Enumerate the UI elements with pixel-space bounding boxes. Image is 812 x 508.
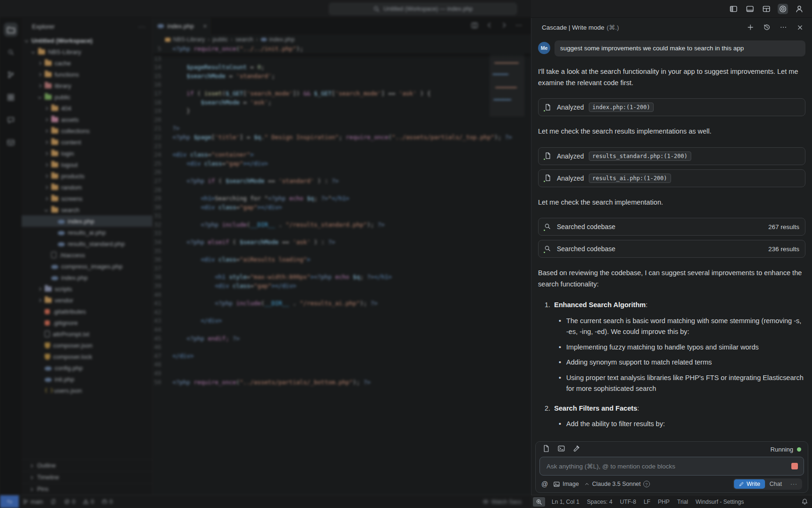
accounts-button[interactable] <box>794 4 804 14</box>
code-line[interactable]: 44 <box>153 325 531 334</box>
mcp-tools-button[interactable] <box>572 444 580 454</box>
remote-indicator[interactable] <box>0 495 19 508</box>
status-lf[interactable]: LF <box>640 495 654 508</box>
tree-item--gitignore[interactable]: .gitignore <box>22 317 152 328</box>
tree-item-index-php[interactable]: index.php <box>22 215 152 227</box>
code-line[interactable]: 40 <box>153 291 531 300</box>
tree-item-404[interactable]: 404 <box>22 103 152 114</box>
status-error[interactable]: 0 <box>60 495 79 508</box>
tree-item-cache[interactable]: cache <box>22 57 152 69</box>
tree-item-products[interactable]: products <box>22 170 152 182</box>
toggle-panel-button[interactable] <box>745 4 755 14</box>
activity-chat-button[interactable] <box>4 113 18 127</box>
more-button[interactable] <box>515 22 523 31</box>
mention-button[interactable]: @ <box>541 480 548 488</box>
code-line[interactable]: 36 <div class="aiResults loading"> <box>153 255 531 264</box>
tree-item-compress-images-php[interactable]: compress_images.php <box>22 261 152 272</box>
code-line[interactable]: 5<?php require_once("../../init.php"); <box>153 45 531 54</box>
close-button[interactable] <box>795 23 804 32</box>
status-ports[interactable]: 0 <box>98 495 117 508</box>
status-utf-8[interactable]: UTF-8 <box>616 495 640 508</box>
tree-item-screens[interactable]: screens <box>22 193 152 204</box>
file-range-chip[interactable]: results_standard.php:(1-200) <box>589 151 691 161</box>
code-line[interactable]: 41 <?php include(__DIR__ . "/results_ai.… <box>153 299 531 308</box>
code-line[interactable]: 38 <h1 style="max-width:800px"><?php ech… <box>153 273 531 282</box>
status-warning[interactable]: 0 <box>79 495 98 508</box>
new-conversation-button[interactable] <box>746 23 755 32</box>
code-line[interactable]: 24<div class="container"> <box>153 151 531 159</box>
status-branch[interactable]: main <box>19 495 47 508</box>
zoom-status-button[interactable] <box>533 497 545 507</box>
activity-explorer-button[interactable] <box>4 23 18 37</box>
activity-windsurf-button[interactable] <box>4 135 18 150</box>
code-line[interactable]: 34 <?php elseif ( $searchMode == 'ask' )… <box>153 238 531 247</box>
activity-extensions-button[interactable] <box>4 90 18 104</box>
tree-item-random[interactable]: random <box>22 182 152 193</box>
file-range-chip[interactable]: results_ai.php:(1-200) <box>589 174 671 183</box>
status-spaces-4[interactable]: Spaces: 4 <box>583 495 616 508</box>
code-line[interactable]: 33 <box>153 229 531 238</box>
toggle-primary-sidebar-button[interactable] <box>728 4 739 14</box>
activity-search-button[interactable] <box>4 45 18 59</box>
tree-item-composer-json[interactable]: composer.json <box>22 340 152 351</box>
new-file-button[interactable] <box>542 444 550 454</box>
tool-card-analyzed[interactable]: Analyzedresults_ai.php:(1-200) <box>538 169 805 187</box>
code-line[interactable]: 29 <h1>Searching for "<?php echo $q; ?>"… <box>153 194 531 203</box>
tree-item-logout[interactable]: logout <box>22 159 152 170</box>
code-line[interactable]: 46 <box>153 343 531 352</box>
tree-item-library[interactable]: library <box>22 80 152 91</box>
tree-item-users-json[interactable]: users.json <box>22 385 152 396</box>
model-help-icon[interactable]: ? <box>643 481 650 487</box>
code-line[interactable]: 19 } <box>153 107 531 116</box>
breadcrumb-item[interactable]: NBS-Library <box>165 36 205 43</box>
explorer-more-icon[interactable]: ··· <box>138 23 146 30</box>
more-button[interactable] <box>779 23 788 32</box>
code-line[interactable]: 13 <box>153 55 531 64</box>
section-outline[interactable]: Outline <box>22 460 152 471</box>
chat-scroll-area[interactable]: Me suggest some improvements we could ma… <box>531 37 812 441</box>
stop-button[interactable] <box>791 463 798 469</box>
tool-card-searched-codebase[interactable]: Searched codebase236 results <box>538 240 805 258</box>
code-line[interactable]: 22<?php $page['title'] = $q." Design Ins… <box>153 133 531 142</box>
tree-item-vendor[interactable]: vendor <box>22 294 152 306</box>
tree-item-attrprompt-txt[interactable]: attrPrompt.txt <box>22 328 152 340</box>
code-line[interactable]: 30 <div class="gap"></div> <box>153 203 531 212</box>
write-mode-button[interactable]: Write <box>734 479 765 489</box>
code-line[interactable]: 35 <box>153 247 531 256</box>
cascade-button[interactable] <box>778 4 788 14</box>
section-timeline[interactable]: Timeline <box>22 471 152 483</box>
image-button[interactable]: Image <box>553 481 579 488</box>
nav-back-button[interactable] <box>486 22 493 31</box>
chat-mode-button[interactable]: Chat <box>765 479 787 489</box>
status-sync[interactable] <box>47 495 60 508</box>
close-tab-icon[interactable]: × <box>203 23 207 30</box>
tree-item-public[interactable]: public <box>22 91 152 103</box>
code-line[interactable]: 37 <box>153 264 531 273</box>
section-pins[interactable]: Pins <box>22 483 152 495</box>
model-selector[interactable]: Claude 3.5 Sonnet ? <box>584 481 650 487</box>
tool-card-analyzed[interactable]: Analyzedindex.php:(1-200) <box>538 98 805 116</box>
code-line[interactable]: 25 <div class="gap"></div> <box>153 159 531 168</box>
status-php[interactable]: PHP <box>654 495 673 508</box>
code-line[interactable]: 27 <?php if ( $searchMode == 'standard' … <box>153 177 531 186</box>
terminal-button[interactable] <box>557 444 565 454</box>
tree-item-index-php[interactable]: index.php <box>22 272 152 283</box>
history-button[interactable] <box>762 23 772 32</box>
code-line[interactable]: 42 <box>153 308 531 317</box>
tree-item-nbs-library[interactable]: NBS-Library <box>22 46 152 57</box>
tool-card-searched-codebase[interactable]: Searched codebase267 results <box>538 218 805 236</box>
code-line[interactable]: 31 <box>153 212 531 221</box>
chat-input[interactable] <box>546 462 791 470</box>
code-line[interactable]: 45 <?php endif; ?> <box>153 334 531 343</box>
mode-more-icon[interactable]: ··· <box>787 479 801 489</box>
code-line[interactable]: 14 $pageResultsCount = 0; <box>153 63 531 72</box>
code-line[interactable]: 15 $searchMode = 'standard'; <box>153 72 531 81</box>
code-line[interactable]: 32 <?php include(__DIR__ . "/results_sta… <box>153 221 531 230</box>
tree-item-config-php[interactable]: config.php <box>22 362 152 373</box>
code-line[interactable]: 49 <box>153 369 531 378</box>
watch-sass-status[interactable]: Watch Sass <box>483 499 522 505</box>
tree-item-assets[interactable]: assets <box>22 114 152 125</box>
breadcrumb-item[interactable]: index.php <box>261 36 295 43</box>
tree-item-search[interactable]: search <box>22 204 152 215</box>
code-line[interactable]: 47</div> <box>153 352 531 361</box>
